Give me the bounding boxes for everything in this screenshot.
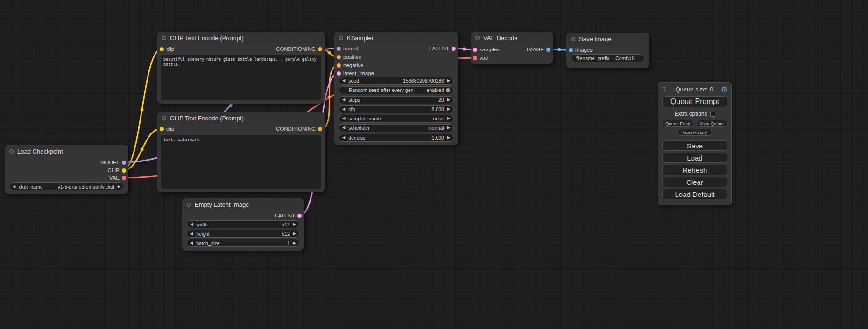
- widget-scheduler[interactable]: ◀ scheduler normal ▶: [339, 124, 454, 132]
- node-header[interactable]: Empty Latent Image: [182, 198, 304, 210]
- widget-value: ComfyUI: [615, 56, 635, 61]
- vae-input-port[interactable]: [473, 56, 477, 60]
- increment-arrow-icon[interactable]: ▶: [447, 136, 450, 140]
- slot-label: LATENT: [429, 46, 449, 51]
- queue-menu-panel: ⠿ Queue size: 0 ⚙ Queue Prompt Extra opt…: [658, 82, 732, 205]
- increment-arrow-icon[interactable]: ▶: [293, 232, 296, 236]
- view-queue-button[interactable]: View Queue: [696, 120, 728, 127]
- node-vae-decode[interactable]: VAE Decode samples vae IMAGE: [471, 32, 553, 64]
- clip-output-port[interactable]: [122, 168, 126, 173]
- widget-height[interactable]: ◀ height 512 ▶: [186, 230, 300, 238]
- conditioning-output-port[interactable]: [318, 47, 322, 51]
- widget-random-seed-toggle[interactable]: Random seed after every gen enabled: [339, 86, 454, 94]
- increment-arrow-icon[interactable]: ▶: [447, 126, 450, 130]
- increment-arrow-icon[interactable]: ▶: [293, 223, 296, 226]
- increment-arrow-icon[interactable]: ▶: [447, 117, 450, 120]
- increment-arrow-icon[interactable]: ▶: [447, 107, 450, 111]
- widget-denoise[interactable]: ◀ denoise 1.000 ▶: [339, 134, 454, 142]
- decrement-arrow-icon[interactable]: ◀: [342, 126, 345, 130]
- node-empty-latent-image[interactable]: Empty Latent Image LATENT ◀ width 512 ▶ …: [182, 198, 304, 251]
- node-header[interactable]: Load Checkpoint: [5, 145, 128, 157]
- decrement-arrow-icon[interactable]: ◀: [342, 136, 345, 140]
- toggle-indicator-icon[interactable]: [446, 88, 450, 92]
- decrement-arrow-icon[interactable]: ◀: [190, 232, 193, 236]
- decrement-arrow-icon[interactable]: ◀: [342, 107, 345, 111]
- node-clip-text-encode-negative[interactable]: CLIP Text Encode (Prompt) clip CONDITION…: [157, 112, 325, 192]
- node-title: Load Checkpoint: [17, 148, 63, 155]
- wire-midpoint-dot: [328, 51, 331, 55]
- widget-seed[interactable]: ◀ seed 156680208700286 ▶: [339, 77, 454, 85]
- node-header[interactable]: VAE Decode: [471, 32, 553, 44]
- widget-filename-prefix[interactable]: filename_prefix ComfyUI: [571, 54, 645, 62]
- image-output-port[interactable]: [546, 48, 550, 52]
- widget-sampler-name[interactable]: ◀ sampler_name euler ▶: [339, 115, 454, 123]
- node-header[interactable]: Save Image: [566, 33, 649, 45]
- vae-output-port[interactable]: [122, 176, 126, 180]
- extra-options-row: Extra options: [662, 111, 727, 117]
- node-title: CLIP Text Encode (Prompt): [170, 35, 244, 42]
- collapse-toggle-icon[interactable]: [162, 116, 166, 120]
- extra-options-checkbox[interactable]: [710, 112, 715, 117]
- decrement-arrow-icon[interactable]: ◀: [342, 79, 345, 83]
- widget-ckpt-name[interactable]: ◀ ckpt_name v1-5-pruned-emaonly.ckpt ▶: [9, 182, 124, 190]
- negative-input-port[interactable]: [337, 63, 341, 68]
- node-header[interactable]: CLIP Text Encode (Prompt): [157, 112, 325, 124]
- decrement-arrow-icon[interactable]: ◀: [190, 241, 193, 245]
- wire-midpoint-dot: [463, 48, 466, 51]
- load-default-button[interactable]: Load Default: [662, 189, 727, 199]
- increment-arrow-icon[interactable]: ▶: [118, 185, 120, 189]
- widget-value: enabled: [427, 87, 444, 93]
- node-save-image[interactable]: Save Image images filename_prefix ComfyU…: [566, 33, 649, 68]
- slot-label: CLIP: [107, 168, 120, 173]
- decrement-arrow-icon[interactable]: ◀: [190, 223, 193, 226]
- images-input-port[interactable]: [569, 48, 573, 52]
- widget-cfg[interactable]: ◀ cfg 8.000 ▶: [339, 105, 454, 113]
- node-clip-text-encode-positive[interactable]: CLIP Text Encode (Prompt) clip CONDITION…: [157, 32, 325, 104]
- save-button[interactable]: Save: [662, 140, 727, 151]
- widget-width[interactable]: ◀ width 512 ▶: [186, 220, 300, 228]
- refresh-button[interactable]: Refresh: [662, 165, 727, 175]
- latent-image-input-port[interactable]: [337, 71, 341, 76]
- view-history-button[interactable]: View History: [677, 129, 712, 136]
- widget-value: 1.000: [432, 135, 444, 140]
- widget-batch-size[interactable]: ◀ batch_size 1 ▶: [186, 239, 300, 247]
- widget-value: 20: [438, 97, 444, 103]
- positive-input-port[interactable]: [337, 55, 341, 59]
- collapse-toggle-icon[interactable]: [162, 36, 166, 40]
- load-button[interactable]: Load: [662, 153, 727, 163]
- model-output-port[interactable]: [122, 161, 126, 165]
- node-header[interactable]: KSampler: [334, 32, 458, 44]
- increment-arrow-icon[interactable]: ▶: [447, 98, 450, 102]
- node-graph-canvas[interactable]: Load Checkpoint MODEL CLIP VAE ◀ ckpt_na…: [0, 0, 868, 329]
- decrement-arrow-icon[interactable]: ◀: [13, 185, 15, 189]
- wire-midpoint-dot: [229, 104, 233, 107]
- decrement-arrow-icon[interactable]: ◀: [342, 98, 345, 102]
- node-ksampler[interactable]: KSampler model positive negative latent_…: [334, 32, 458, 145]
- collapse-toggle-icon[interactable]: [571, 37, 575, 41]
- latent-output-port[interactable]: [452, 47, 456, 51]
- queue-front-button[interactable]: Queue Front: [662, 120, 694, 127]
- collapse-toggle-icon[interactable]: [187, 203, 191, 207]
- settings-gear-icon[interactable]: ⚙: [721, 86, 727, 93]
- increment-arrow-icon[interactable]: ▶: [293, 241, 296, 245]
- collapse-toggle-icon[interactable]: [9, 149, 14, 154]
- decrement-arrow-icon[interactable]: ◀: [342, 117, 345, 120]
- prompt-textarea[interactable]: text, watermark: [161, 135, 321, 189]
- widget-value: euler: [433, 116, 444, 121]
- collapse-toggle-icon[interactable]: [339, 36, 343, 40]
- node-header[interactable]: CLIP Text Encode (Prompt): [157, 32, 325, 44]
- queue-prompt-button[interactable]: Queue Prompt: [662, 96, 727, 107]
- collapse-toggle-icon[interactable]: [475, 36, 480, 40]
- widget-steps[interactable]: ◀ steps 20 ▶: [339, 96, 454, 104]
- widget-value: 1: [287, 240, 290, 246]
- widget-value: v1-5-pruned-emaonly.ckpt: [58, 184, 114, 189]
- clear-button[interactable]: Clear: [662, 177, 727, 187]
- increment-arrow-icon[interactable]: ▶: [447, 79, 450, 83]
- queue-size: Queue size: 0: [667, 86, 721, 93]
- conditioning-output-port[interactable]: [318, 127, 322, 131]
- prompt-textarea[interactable]: beautiful scenery nature glass bottle la…: [161, 55, 321, 100]
- node-load-checkpoint[interactable]: Load Checkpoint MODEL CLIP VAE ◀ ckpt_na…: [5, 145, 128, 194]
- drag-handle-icon[interactable]: ⠿: [662, 86, 666, 92]
- latent-output-port[interactable]: [297, 214, 302, 218]
- widget-label: cfg: [348, 106, 431, 112]
